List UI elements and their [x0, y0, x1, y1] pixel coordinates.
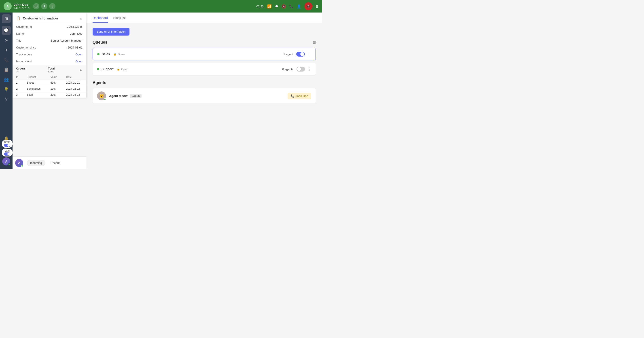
bottom-bar: A Incoming Recent — [12, 156, 86, 169]
queue-agents-support: 0 agents — [282, 68, 294, 71]
chats-toggle-knob — [8, 144, 10, 147]
grid-icon[interactable]: ⊞ — [316, 4, 318, 8]
customer-id-row: Customer Id CUST12345 — [12, 23, 86, 30]
col-value: Value — [47, 75, 62, 80]
col-id: Id — [12, 75, 23, 80]
call-bar: A John Doe +4670707070 ⓘ ⏸ ⋮ 02:22 📶 ⏺ 🔇… — [0, 0, 322, 12]
queue-status-text-support: Open — [121, 68, 128, 71]
sidebar-item-home[interactable]: ⊞ — [2, 14, 11, 23]
sidebar-item-routing[interactable]: ➤ — [2, 36, 11, 45]
add-person-icon[interactable]: 👤 — [297, 4, 301, 8]
tab-recent[interactable]: Recent — [47, 160, 63, 166]
user-avatar-wrap[interactable]: A — [2, 158, 10, 166]
send-error-label: Send error information — [96, 30, 126, 33]
sidebar-item-users[interactable]: 👥 — [2, 75, 11, 84]
agent-avatar-wrap: 🐱 — [97, 92, 106, 100]
agent-online-dot — [104, 98, 106, 100]
panel-header: 📋 Customer Information ▲ — [12, 12, 86, 23]
sidebar-item-reports[interactable]: 📋 — [2, 65, 11, 74]
agent-call-button[interactable]: 📞 John Doe — [288, 93, 311, 99]
sidebar-item-tips[interactable]: 💡 — [2, 85, 11, 94]
customer-panel: 📋 Customer Information ▲ Customer Id CUS… — [12, 12, 86, 98]
queue-agents-sales: 1 agent — [284, 52, 293, 56]
tab-blocklist[interactable]: Block list — [113, 13, 126, 23]
lock-icon-support: 🔒 — [117, 68, 120, 71]
end-call-button[interactable]: 📵 — [304, 2, 312, 10]
tabs-bar: Dashboard Block list — [86, 12, 322, 23]
bottom-caller-online — [21, 165, 23, 167]
orders-label: Orders — [16, 67, 26, 70]
agents-section: Agents 🐱 Agent Meow SALES 📞 John Doe — [92, 80, 316, 104]
panel-collapse-icon[interactable]: ▲ — [80, 16, 82, 20]
orders-table: Id Product Value Date 1 Shoes 699:- 2024… — [12, 75, 86, 98]
orders-total-value: 1197:- — [48, 70, 54, 73]
chats-toggle[interactable] — [4, 144, 10, 147]
order-1-date: 2024-01-01 — [62, 80, 86, 86]
customer-title-label: Title — [16, 39, 22, 42]
queue-toggle-sales[interactable] — [296, 52, 305, 56]
queue-more-sales[interactable]: ⋮ — [307, 52, 311, 56]
queue-more-support[interactable]: ⋮ — [307, 66, 311, 72]
queue-card-sales: Sales 🔒 Open 1 agent ⋮ — [92, 48, 316, 60]
order-1-value: 699:- — [47, 80, 62, 86]
transfer-icon[interactable]: 📞 — [289, 4, 294, 8]
chats-toggle-pill: Chats — [2, 140, 12, 148]
agent-card-meow: 🐱 Agent Meow SALES 📞 John Doe — [92, 88, 316, 104]
user-online-indicator — [8, 163, 10, 166]
calls-toggle-knob — [8, 153, 10, 155]
order-3-id: 3 — [12, 92, 23, 98]
order-row-1: 1 Shoes 699:- 2024-01-01 — [12, 80, 86, 86]
sidebar-item-campaigns[interactable]: ✦ — [2, 46, 11, 54]
caller-name: John Doe — [14, 3, 30, 6]
sidebar-item-chats[interactable]: 💬 — [2, 26, 11, 35]
queue-dot-support — [97, 68, 99, 70]
orders-collapse-icon[interactable]: ▲ — [79, 68, 82, 72]
sidebar-item-help[interactable]: ? — [2, 95, 11, 104]
sidebar-item-calls[interactable]: 📞 — [2, 56, 11, 64]
call-controls: ⓘ ⏸ ⋮ — [33, 3, 56, 10]
queues-title: Queues — [92, 40, 107, 45]
record-icon[interactable]: ⏺ — [275, 4, 278, 8]
order-1-product: Shoes — [23, 80, 47, 86]
info-button[interactable]: ⓘ — [33, 3, 39, 10]
order-row-2: 2 Sunglasses 199:- 2024-02-02 — [12, 86, 86, 92]
queue-toggle-support[interactable] — [296, 66, 305, 72]
top-right-icons: 📶 ⏺ 🔇 📞 👤 📵 ⊞ — [267, 2, 318, 10]
bottom-toggles: Chats Calls — [1, 140, 14, 156]
issue-refund-label: Issue refund — [16, 60, 32, 63]
main-body: Send error information Queues ⊞ Sales 🔒 … — [86, 23, 322, 108]
queues-grid-icon[interactable]: ⊞ — [313, 40, 316, 44]
customer-since-label: Customer since — [16, 46, 36, 49]
issue-refund-link[interactable]: Open — [75, 60, 82, 63]
mute-icon[interactable]: 🔇 — [282, 4, 286, 8]
orders-header: Orders 3st Total 1197:- ▲ — [12, 65, 86, 75]
calls-toggle[interactable] — [4, 152, 10, 156]
send-error-button[interactable]: Send error information — [92, 28, 130, 36]
order-2-product: Sunglasses — [23, 86, 47, 92]
order-2-date: 2024-02-02 — [62, 86, 86, 92]
queue-status-support: 🔒 Open — [117, 68, 128, 71]
tab-incoming[interactable]: Incoming — [27, 160, 46, 166]
calls-toggle-pill: Calls — [2, 149, 12, 156]
customer-id-value: CUST12345 — [66, 25, 82, 28]
agents-title: Agents — [92, 80, 106, 85]
orders-header-right: Total 1197:- — [48, 67, 54, 73]
customer-id-label: Customer Id — [16, 25, 32, 28]
order-3-date: 2024-03-03 — [62, 92, 86, 98]
orders-total-label: Total — [48, 67, 54, 70]
hold-button[interactable]: ⏸ — [41, 3, 48, 10]
track-orders-link[interactable]: Open — [75, 53, 82, 56]
order-row-3: 3 Scarf 299:- 2024-03-03 — [12, 92, 86, 98]
customer-title-value: Senior Account Manager — [51, 39, 82, 42]
tab-dashboard[interactable]: Dashboard — [92, 13, 108, 23]
customer-since-value: 2024-01-01 — [68, 46, 83, 49]
more-button[interactable]: ⋮ — [49, 3, 56, 10]
customer-name-label: Name — [16, 32, 24, 35]
chats-label: Chats — [4, 141, 10, 143]
panel-title: Customer Information — [23, 16, 58, 20]
customer-since-row: Customer since 2024-01-01 — [12, 44, 86, 51]
col-product: Product — [23, 75, 47, 80]
queue-name-sales: Sales — [102, 52, 110, 56]
caller-avatar: A — [4, 2, 12, 10]
col-date: Date — [62, 75, 86, 80]
